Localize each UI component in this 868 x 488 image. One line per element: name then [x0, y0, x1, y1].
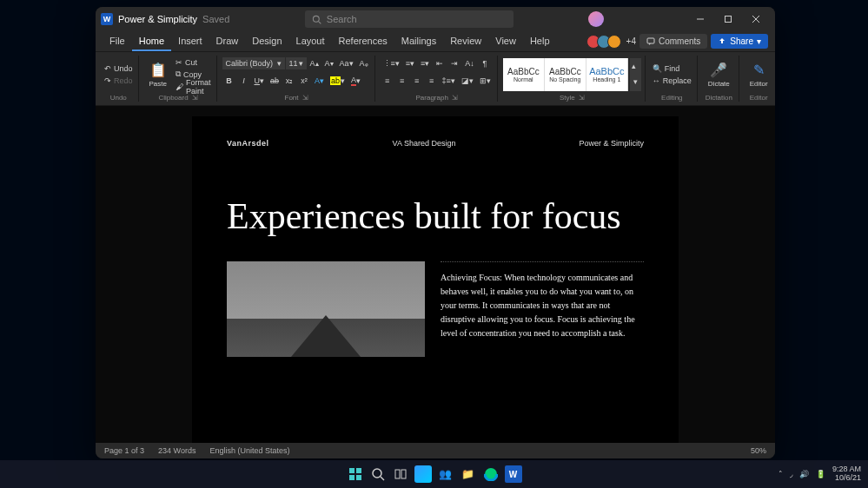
maximize-button[interactable]	[714, 7, 742, 31]
tab-layout[interactable]: Layout	[289, 32, 332, 51]
font-name-select[interactable]: Calibri (Body)▾	[222, 57, 285, 69]
cut-button[interactable]: ✂Cut	[174, 56, 213, 68]
editor-button[interactable]: ✎Editor	[745, 60, 773, 89]
strikethrough-button[interactable]: ab	[268, 73, 282, 89]
bold-button[interactable]: B	[222, 73, 236, 89]
clear-format-button[interactable]: Aᵩ	[357, 56, 371, 71]
tab-mailings[interactable]: Mailings	[394, 32, 443, 51]
search-input[interactable]: Search	[305, 10, 514, 28]
text-effects-button[interactable]: A▾	[312, 73, 327, 89]
teams-icon[interactable]: 👥	[437, 465, 454, 483]
subscript-button[interactable]: x₂	[282, 73, 296, 89]
user-avatar[interactable]	[588, 11, 604, 27]
dialog-launcher-icon[interactable]: ⇲	[302, 94, 308, 102]
taskbar: 👥 📁 W ˄ ◞ 🔊 🔋 9:28 AM 10/6/21	[0, 460, 868, 488]
style-heading-1[interactable]: AaBbCcHeading 1	[586, 58, 628, 91]
tab-help[interactable]: Help	[523, 32, 557, 51]
brand: VanArsdel	[227, 139, 269, 148]
style-gallery[interactable]: AaBbCcNormal AaBbCcNo Spacing AaBbCcHead…	[503, 58, 628, 91]
word-taskbar-icon[interactable]: W	[505, 465, 522, 483]
dialog-launcher-icon[interactable]: ⇲	[452, 94, 458, 102]
zoom-level[interactable]: 50%	[751, 446, 766, 455]
tab-view[interactable]: View	[488, 32, 523, 51]
svg-rect-7	[349, 468, 354, 473]
numbering-button[interactable]: ≡▾	[403, 56, 417, 71]
decrease-indent-button[interactable]: ⇤	[433, 56, 447, 71]
header-right: Power & Simplicity	[579, 139, 644, 148]
paste-button[interactable]: 📋 Paste	[144, 60, 172, 89]
font-color-button[interactable]: A▾	[348, 73, 363, 89]
explorer-icon[interactable]: 📁	[460, 465, 477, 483]
undo-button[interactable]: ↶Undo	[103, 63, 135, 74]
language-indicator[interactable]: English (United States)	[209, 446, 289, 455]
line-spacing-button[interactable]: ‡≡▾	[440, 73, 458, 89]
multilevel-button[interactable]: ≡▾	[418, 56, 432, 71]
style-no-spacing[interactable]: AaBbCcNo Spacing	[545, 58, 586, 91]
minimize-button[interactable]	[686, 7, 714, 31]
headline[interactable]: Experiences built for focus	[227, 196, 644, 237]
group-paragraph: ⋮≡▾ ≡▾ ≡▾ ⇤ ⇥ A↓ ¶ ≡ ≡ ≡ ≡ ‡≡▾ ◪▾ ⊞▾	[377, 56, 498, 102]
borders-button[interactable]: ⊞▾	[477, 73, 494, 89]
clock[interactable]: 9:28 AM 10/6/21	[832, 465, 861, 483]
share-button[interactable]: Share ▾	[711, 34, 768, 49]
close-button[interactable]	[742, 7, 770, 31]
tab-draw[interactable]: Draw	[209, 32, 246, 51]
body-text[interactable]: Achieving Focus: When technology communi…	[441, 261, 644, 357]
tab-references[interactable]: References	[332, 32, 394, 51]
tab-design[interactable]: Design	[245, 32, 288, 51]
start-button[interactable]	[347, 465, 364, 483]
comments-button[interactable]: Comments	[639, 34, 707, 49]
volume-icon[interactable]: 🔊	[799, 470, 809, 478]
align-left-button[interactable]: ≡	[381, 73, 394, 89]
tab-home[interactable]: Home	[132, 32, 171, 51]
task-view-button[interactable]	[392, 465, 409, 483]
grow-font-button[interactable]: A▴	[308, 56, 321, 71]
tray-chevron-icon[interactable]: ˄	[779, 470, 783, 478]
share-icon	[718, 37, 726, 46]
format-painter-button[interactable]: 🖌Format Paint	[174, 81, 213, 92]
replace-button[interactable]: ↔Replace	[651, 75, 693, 86]
shading-button[interactable]: ◪▾	[459, 73, 476, 89]
sort-button[interactable]: A↓	[462, 56, 477, 71]
tab-review[interactable]: Review	[443, 32, 488, 51]
tab-file[interactable]: File	[103, 32, 132, 51]
increase-indent-button[interactable]: ⇥	[447, 56, 461, 71]
shrink-font-button[interactable]: A▾	[322, 56, 336, 71]
titlebar: W Power & Simplicity Saved Search	[96, 7, 775, 31]
bullets-button[interactable]: ⋮≡▾	[381, 56, 402, 71]
page-indicator[interactable]: Page 1 of 3	[104, 446, 144, 455]
font-size-select[interactable]: 11▾	[286, 57, 307, 69]
superscript-button[interactable]: x²	[297, 73, 311, 89]
widgets-button[interactable]	[414, 465, 432, 483]
show-marks-button[interactable]: ¶	[478, 56, 492, 71]
align-right-button[interactable]: ≡	[410, 73, 424, 89]
tab-insert[interactable]: Insert	[171, 32, 209, 51]
find-button[interactable]: 🔍Find	[651, 63, 693, 74]
word-count[interactable]: 234 Words	[158, 446, 195, 455]
image-placeholder[interactable]	[227, 261, 425, 357]
dialog-launcher-icon[interactable]: ⇲	[579, 94, 585, 102]
change-case-button[interactable]: Aa▾	[337, 56, 356, 71]
collaborator-avatars[interactable]	[590, 35, 621, 49]
underline-button[interactable]: U▾	[252, 73, 268, 89]
justify-button[interactable]: ≡	[425, 73, 439, 89]
style-gallery-more[interactable]: ▴▾	[630, 58, 641, 91]
align-center-button[interactable]: ≡	[395, 73, 409, 89]
svg-point-11	[373, 469, 381, 478]
wifi-icon[interactable]: ◞	[790, 470, 792, 478]
dialog-launcher-icon[interactable]: ⇲	[192, 94, 198, 102]
edge-icon[interactable]	[482, 465, 500, 483]
taskbar-search-button[interactable]	[369, 465, 387, 483]
italic-button[interactable]: I	[237, 73, 251, 89]
svg-point-0	[313, 16, 319, 22]
dictate-button[interactable]: 🎤Dictate	[703, 60, 735, 89]
redo-button[interactable]: ↷Redo	[103, 75, 135, 86]
highlight-button[interactable]: ab▾	[328, 73, 348, 89]
document-area[interactable]: VanArsdel VA Shared Design Power & Simpl…	[96, 106, 775, 443]
page[interactable]: VanArsdel VA Shared Design Power & Simpl…	[192, 116, 679, 443]
battery-icon[interactable]: 🔋	[816, 470, 825, 478]
group-font: Calibri (Body)▾ 11▾ A▴ A▾ Aa▾ Aᵩ B I U▾ …	[219, 56, 375, 102]
style-normal[interactable]: AaBbCcNormal	[503, 58, 545, 91]
svg-rect-13	[395, 470, 400, 478]
comment-icon	[646, 37, 655, 46]
